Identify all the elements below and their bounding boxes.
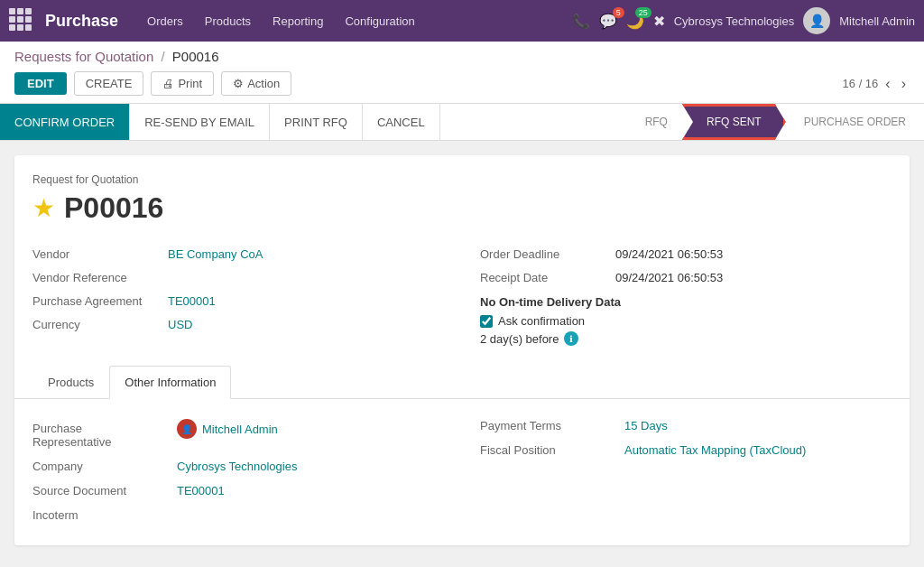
currency-value[interactable]: USD bbox=[168, 318, 192, 331]
vendor-value[interactable]: BE Company CoA bbox=[168, 247, 263, 261]
payment-terms-label: Payment Terms bbox=[480, 419, 624, 432]
fiscal-position-field: Fiscal Position Automatic Tax Mapping (T… bbox=[480, 438, 892, 462]
receipt-date-field: Receipt Date 09/24/2021 06:50:53 bbox=[480, 266, 892, 290]
company-value[interactable]: Cybrosys Technologies bbox=[177, 460, 297, 473]
order-deadline-label: Order Deadline bbox=[480, 247, 615, 261]
company-field: Company Cybrosys Technologies bbox=[32, 454, 444, 479]
chat-badge: 5 bbox=[613, 7, 624, 18]
create-button[interactable]: CREATE bbox=[74, 71, 144, 96]
phone-icon[interactable]: 📞 bbox=[572, 13, 590, 30]
days-before-text: 2 day(s) before bbox=[480, 332, 559, 346]
fiscal-position-label: Fiscal Position bbox=[480, 443, 624, 457]
top-nav: Purchase Orders Products Reporting Confi… bbox=[0, 0, 924, 42]
delivery-info: No On-time Delivery Data Ask confirmatio… bbox=[480, 290, 892, 351]
purchase-rep-field: PurchaseRepresentative 👤 Mitchell Admin bbox=[32, 414, 444, 454]
record-title: ★ P00016 bbox=[32, 191, 892, 225]
step-purchase-order[interactable]: PURCHASE ORDER bbox=[786, 107, 924, 137]
order-deadline-value[interactable]: 09/24/2021 06:50:53 bbox=[615, 247, 723, 261]
edit-button[interactable]: EDIT bbox=[14, 72, 67, 95]
chat-icon[interactable]: 💬 5 bbox=[599, 13, 617, 30]
record-card: Request for Quotation ★ P00016 Vendor BE… bbox=[14, 155, 910, 545]
source-doc-label: Source Document bbox=[32, 484, 177, 497]
ask-confirmation-checkbox[interactable] bbox=[480, 315, 493, 328]
receipt-date-value[interactable]: 09/24/2021 06:50:53 bbox=[615, 271, 723, 284]
tab-products[interactable]: Products bbox=[32, 366, 109, 399]
currency-field: Currency USD bbox=[32, 313, 444, 337]
purchase-agreement-field: Purchase Agreement TE00001 bbox=[32, 290, 444, 313]
pagination-text: 16 / 16 bbox=[843, 77, 879, 90]
payment-terms-field: Payment Terms 15 Days bbox=[480, 414, 892, 438]
app-grid-icon[interactable] bbox=[9, 8, 34, 33]
user-avatar[interactable]: 👤 bbox=[803, 7, 830, 34]
tab-content-other: PurchaseRepresentative 👤 Mitchell Admin … bbox=[32, 399, 892, 527]
prev-button[interactable]: ‹ bbox=[882, 76, 893, 92]
vendor-label: Vendor bbox=[32, 247, 168, 261]
status-spacer bbox=[440, 104, 631, 140]
company-name: Cybrosys Technologies bbox=[674, 14, 794, 28]
source-doc-value[interactable]: TE00001 bbox=[177, 484, 225, 497]
days-before-row: 2 day(s) before ℹ bbox=[480, 331, 892, 346]
order-deadline-field: Order Deadline 09/24/2021 06:50:53 bbox=[480, 243, 892, 266]
breadcrumb-current: P00016 bbox=[172, 49, 219, 64]
confirm-order-button[interactable]: CONFIRM ORDER bbox=[0, 104, 130, 140]
other-info-right: Payment Terms 15 Days Fiscal Position Au… bbox=[480, 414, 892, 527]
next-button[interactable]: › bbox=[898, 76, 910, 92]
vendor-field: Vendor BE Company CoA bbox=[32, 243, 444, 266]
left-column: Vendor BE Company CoA Vendor Reference P… bbox=[32, 243, 444, 351]
user-rep-avatar: 👤 bbox=[177, 419, 197, 439]
nav-products[interactable]: Products bbox=[196, 11, 260, 32]
brand-name[interactable]: Purchase bbox=[45, 12, 118, 31]
company-label: Company bbox=[32, 460, 177, 473]
content-area: Request for Quotation ★ P00016 Vendor BE… bbox=[0, 141, 924, 567]
receipt-date-label: Receipt Date bbox=[480, 271, 615, 284]
vendor-ref-field: Vendor Reference bbox=[32, 266, 444, 290]
record-label: Request for Quotation bbox=[32, 173, 892, 186]
status-bar: CONFIRM ORDER RE-SEND BY EMAIL PRINT RFQ… bbox=[0, 104, 924, 141]
record-id: P00016 bbox=[64, 191, 163, 225]
ask-confirmation-row: Ask confirmation bbox=[480, 314, 892, 328]
pagination: 16 / 16 ‹ › bbox=[843, 76, 910, 92]
vendor-ref-label: Vendor Reference bbox=[32, 271, 168, 284]
print-icon: 🖨 bbox=[162, 77, 174, 90]
currency-label: Currency bbox=[32, 318, 168, 331]
print-rfq-button[interactable]: PRINT RFQ bbox=[270, 104, 363, 140]
action-button[interactable]: ⚙ Action bbox=[221, 71, 291, 96]
payment-terms-value[interactable]: 15 Days bbox=[624, 419, 668, 432]
other-info-left: PurchaseRepresentative 👤 Mitchell Admin … bbox=[32, 414, 444, 527]
purchase-agreement-label: Purchase Agreement bbox=[32, 294, 168, 308]
breadcrumb: Requests for Quotation / P00016 bbox=[14, 49, 910, 64]
right-column: Order Deadline 09/24/2021 06:50:53 Recei… bbox=[480, 243, 892, 351]
cancel-button[interactable]: CANCEL bbox=[363, 104, 440, 140]
nav-right: 📞 💬 5 🌙 25 ✖ Cybrosys Technologies 👤 Mit… bbox=[572, 7, 915, 34]
page-wrapper: Purchase Orders Products Reporting Confi… bbox=[0, 0, 924, 567]
print-button[interactable]: 🖨 Print bbox=[151, 71, 214, 96]
purchase-agreement-value[interactable]: TE00001 bbox=[168, 294, 216, 308]
step-rfq[interactable]: RFQ bbox=[631, 107, 682, 137]
tab-other-information[interactable]: Other Information bbox=[109, 366, 231, 399]
no-delivery-text: No On-time Delivery Data bbox=[480, 295, 892, 309]
nav-links: Orders Products Reporting Configuration bbox=[138, 11, 567, 32]
star-icon[interactable]: ★ bbox=[32, 193, 55, 223]
nav-reporting[interactable]: Reporting bbox=[263, 11, 332, 32]
settings-icon[interactable]: ✖ bbox=[653, 13, 665, 30]
activity-badge: 25 bbox=[635, 7, 651, 18]
resend-email-button[interactable]: RE-SEND BY EMAIL bbox=[130, 104, 270, 140]
form-section: PurchaseRepresentative 👤 Mitchell Admin … bbox=[32, 414, 892, 527]
main-content: Request for Quotation ★ P00016 Vendor BE… bbox=[0, 141, 924, 567]
user-rep: 👤 Mitchell Admin bbox=[177, 419, 278, 439]
nav-configuration[interactable]: Configuration bbox=[336, 11, 423, 32]
incoterm-field: Incoterm bbox=[32, 503, 444, 527]
source-doc-field: Source Document TE00001 bbox=[32, 479, 444, 503]
nav-orders[interactable]: Orders bbox=[138, 11, 192, 32]
ask-confirmation-label: Ask confirmation bbox=[498, 314, 585, 328]
purchase-rep-value[interactable]: Mitchell Admin bbox=[202, 423, 278, 436]
gear-icon: ⚙ bbox=[233, 77, 244, 90]
step-rfq-sent[interactable]: RFQ SENT bbox=[682, 104, 786, 140]
info-icon[interactable]: ℹ bbox=[564, 331, 578, 346]
purchase-rep-label: PurchaseRepresentative bbox=[32, 422, 177, 449]
activity-icon[interactable]: 🌙 25 bbox=[626, 13, 644, 30]
tabs: Products Other Information bbox=[14, 366, 910, 399]
fiscal-position-value[interactable]: Automatic Tax Mapping (TaxCloud) bbox=[624, 443, 806, 457]
status-steps: RFQ RFQ SENT PURCHASE ORDER bbox=[631, 104, 924, 140]
breadcrumb-parent[interactable]: Requests for Quotation bbox=[14, 49, 153, 64]
